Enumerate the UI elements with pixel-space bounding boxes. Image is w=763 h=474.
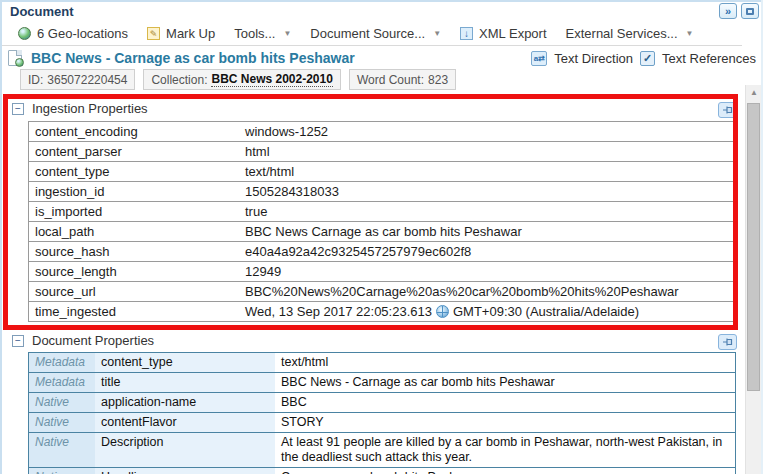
property-key: source_url xyxy=(29,282,239,301)
window-restore-icon xyxy=(746,8,754,15)
property-key: title xyxy=(95,373,275,392)
property-value: BBC News - Carnage as car bomb hits Pesh… xyxy=(275,373,735,392)
property-value: text/html xyxy=(275,353,735,372)
ingestion-properties-header: − Ingestion Properties xyxy=(12,101,148,116)
property-row: Nativeapplication-nameBBC xyxy=(29,393,735,413)
property-value: e40a4a92a42c9325457257979ec602f8 xyxy=(239,242,735,261)
collapse-section-icon[interactable]: − xyxy=(12,335,24,347)
property-row: MetadatatitleBBC News - Carnage as car b… xyxy=(29,373,735,393)
collapse-section-icon[interactable]: − xyxy=(12,103,24,115)
property-value: BBC%20News%20Carnage%20as%20car%20bomb%2… xyxy=(239,282,735,301)
restore-panel-button[interactable] xyxy=(741,3,759,19)
property-row: NativeHeadlineCarnage as car bomb hits P… xyxy=(29,468,735,474)
property-key: contentFlavor xyxy=(95,413,275,432)
text-direction-icon[interactable]: a⇄ xyxy=(531,51,547,66)
document-title: BBC News - Carnage as car bomb hits Pesh… xyxy=(31,50,355,66)
property-row: source_hashe40a4a92a42c9325457257979ec60… xyxy=(29,242,735,262)
document-globe-icon xyxy=(8,50,22,66)
document-properties-title: Document Properties xyxy=(32,333,154,348)
document-source-label: Document Source... xyxy=(310,26,425,41)
external-services-label: External Services... xyxy=(566,26,678,41)
xml-export-icon: ↓ xyxy=(460,27,473,40)
globe-icon xyxy=(18,27,31,40)
property-row: content_parserhtml xyxy=(29,142,735,162)
document-title-row: BBC News - Carnage as car bomb hits Pesh… xyxy=(8,48,758,68)
id-label: ID: xyxy=(28,73,43,87)
toolbar-dropdown-tools[interactable]: Tools... ▼ xyxy=(234,26,291,41)
scrollbar-thumb[interactable] xyxy=(747,103,760,391)
property-row: content_encodingwindows-1252 xyxy=(29,122,735,142)
text-direction-label[interactable]: Text Direction xyxy=(554,51,633,66)
value-text: GMT+09:30 (Australia/Adelaide) xyxy=(453,304,639,319)
property-key: application-name xyxy=(95,393,275,412)
mini-globe-icon xyxy=(15,58,24,67)
property-value: At least 91 people are killed by a car b… xyxy=(275,433,735,467)
toolbar-dropdown-external-services[interactable]: External Services... ▼ xyxy=(566,26,694,41)
property-type: Native xyxy=(29,413,95,432)
collection-label: Collection: xyxy=(151,73,207,87)
property-row: ingestion_id1505284318033 xyxy=(29,182,735,202)
property-value: 12949 xyxy=(239,262,735,281)
geo-locations-label: 6 Geo-locations xyxy=(37,26,128,41)
toolbar-button-geo-locations[interactable]: 6 Geo-locations xyxy=(18,26,128,41)
property-row: time_ingestedWed, 13 Sep 2017 22:05:23.6… xyxy=(29,302,735,321)
text-references-checkbox[interactable]: ✓ xyxy=(640,51,655,66)
property-type: Native xyxy=(29,433,95,467)
collection-value[interactable]: BBC News 2002-2010 xyxy=(211,72,332,87)
panel-left-border xyxy=(0,0,2,474)
pin-icon xyxy=(722,104,734,116)
toolbar-dropdown-document-source[interactable]: Document Source... ▼ xyxy=(310,26,441,41)
property-type: Native xyxy=(29,393,95,412)
property-key: local_path xyxy=(29,222,239,241)
toolbar-button-xml-export[interactable]: ↓ XML Export xyxy=(460,26,546,41)
collapse-panel-button[interactable]: » xyxy=(719,3,737,19)
property-value: Carnage as car bomb hits Peshawar xyxy=(275,468,735,474)
scroll-up-button[interactable]: ▲ xyxy=(746,85,762,100)
value-text: Wed, 13 Sep 2017 22:05:23.613 xyxy=(245,304,432,319)
triangle-up-icon: ▲ xyxy=(750,88,758,97)
property-type: Metadata xyxy=(29,353,95,372)
property-key: content_type xyxy=(95,353,275,372)
property-type: Native xyxy=(29,468,95,474)
property-value: Wed, 13 Sep 2017 22:05:23.613GMT+09:30 (… xyxy=(239,302,735,321)
property-key: time_ingested xyxy=(29,302,239,321)
property-key: is_imported xyxy=(29,202,239,221)
double-chevron-icon: » xyxy=(725,6,731,17)
xml-export-label: XML Export xyxy=(479,26,546,41)
property-row: is_importedtrue xyxy=(29,202,735,222)
chevron-down-icon: ▼ xyxy=(283,29,291,38)
tools-label: Tools... xyxy=(234,26,275,41)
ingestion-properties-table: content_encodingwindows-1252content_pars… xyxy=(28,121,736,322)
property-value: true xyxy=(239,202,735,221)
word-count-badge: Word Count: 823 xyxy=(349,69,456,90)
property-value: text/html xyxy=(239,162,735,181)
pin-ingestion-button[interactable] xyxy=(718,102,737,118)
property-row: NativecontentFlavorSTORY xyxy=(29,413,735,433)
text-references-label[interactable]: Text References xyxy=(662,51,756,66)
chevron-down-icon: ▼ xyxy=(433,29,441,38)
property-key: Headline xyxy=(95,468,275,474)
property-row: source_urlBBC%20News%20Carnage%20as%20ca… xyxy=(29,282,735,302)
property-key: source_hash xyxy=(29,242,239,261)
panel-top-border xyxy=(0,0,763,2)
property-row: NativeDescriptionAt least 91 people are … xyxy=(29,433,735,468)
property-key: ingestion_id xyxy=(29,182,239,201)
property-type: Metadata xyxy=(29,373,95,392)
globe-clock-icon[interactable] xyxy=(436,305,449,318)
window-buttons: » xyxy=(719,3,759,19)
mark-up-label: Mark Up xyxy=(166,26,215,41)
pin-document-properties-button[interactable] xyxy=(718,334,737,350)
property-value: html xyxy=(239,142,735,161)
word-count-value: 823 xyxy=(428,73,448,87)
document-meta-row: ID: 365072220454 Collection: BBC News 20… xyxy=(20,69,456,90)
toolbar: 6 Geo-locations ✎ Mark Up Tools... ▼ Doc… xyxy=(2,22,742,46)
property-value: 1505284318033 xyxy=(239,182,735,201)
collection-badge[interactable]: Collection: BBC News 2002-2010 xyxy=(143,69,340,90)
property-value: STORY xyxy=(275,413,735,432)
scrollbar[interactable]: ▲ xyxy=(745,85,761,474)
property-row: local_pathBBC News Carnage as car bomb h… xyxy=(29,222,735,242)
panel-title: Document xyxy=(10,4,74,19)
property-value: BBC xyxy=(275,393,735,412)
ingestion-properties-title: Ingestion Properties xyxy=(32,101,148,116)
toolbar-button-mark-up[interactable]: ✎ Mark Up xyxy=(147,26,215,41)
